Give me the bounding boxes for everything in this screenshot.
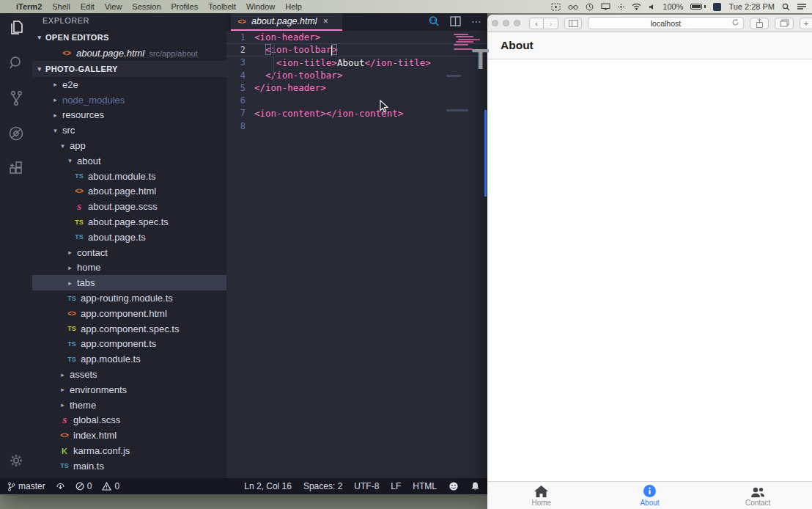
back-button[interactable]: ‹: [529, 18, 544, 29]
settings-gear-icon[interactable]: [7, 452, 25, 469]
tree-file-about.page.ts[interactable]: TSabout.page.ts: [32, 230, 226, 245]
tree-file-app-routing.module.ts[interactable]: TSapp-routing.module.ts: [32, 290, 226, 306]
search-icon[interactable]: [7, 54, 25, 72]
tree-folder-resources[interactable]: ▸resources: [32, 108, 226, 123]
tree-file-about.page.html[interactable]: <>about.page.html: [32, 184, 226, 199]
forward-button[interactable]: ›: [544, 18, 558, 29]
open-editor-item[interactable]: <> about.page.html src/app/about: [32, 45, 226, 61]
extensions-icon[interactable]: [7, 160, 25, 177]
new-tab-button[interactable]: +: [800, 18, 812, 29]
code-line-8[interactable]: 8: [226, 120, 487, 132]
tree-file-index.html[interactable]: <>index.html: [32, 428, 226, 443]
tab-about-page-html[interactable]: <> about.page.html ×: [231, 12, 342, 31]
menu-item-edit[interactable]: Edit: [81, 2, 95, 11]
clock-status-icon[interactable]: [586, 3, 594, 11]
explorer-icon[interactable]: [7, 19, 25, 37]
split-editor-icon[interactable]: [450, 16, 461, 26]
app-tab-about[interactable]: About: [596, 482, 704, 509]
indentation-status[interactable]: Spaces: 2: [303, 481, 342, 491]
address-bar-url: localhost: [651, 19, 681, 28]
encoding-status[interactable]: UTF-8: [354, 481, 379, 491]
app-tab-contact[interactable]: Contact: [704, 482, 812, 509]
ts-file-icon: TS: [67, 356, 77, 363]
feedback-smiley-icon[interactable]: [449, 481, 459, 491]
tree-folder-home[interactable]: ▸home: [32, 260, 226, 276]
screenshot-icon[interactable]: [551, 3, 561, 11]
menubar-app-icon[interactable]: [713, 3, 721, 11]
chevron-right-icon: ▸: [52, 81, 59, 88]
project-header[interactable]: ▾ PHOTO-GALLERY: [32, 61, 226, 77]
zoom-window-button[interactable]: [514, 20, 520, 26]
source-control-icon[interactable]: [7, 89, 25, 107]
safari-traffic-lights[interactable]: [492, 20, 520, 26]
app-tab-home[interactable]: Home: [487, 482, 596, 509]
more-actions-icon[interactable]: ⋯: [471, 15, 481, 27]
tree-file-app.module.ts[interactable]: TSapp.module.ts: [32, 351, 226, 367]
tree-file-app.component.html[interactable]: <>app.component.html: [32, 306, 226, 321]
menu-item-toolbelt[interactable]: Toolbelt: [208, 2, 236, 11]
menu-item-window[interactable]: Window: [246, 2, 275, 11]
menu-item-help[interactable]: Help: [285, 2, 302, 11]
open-preview-icon[interactable]: [428, 15, 440, 27]
tree-folder-e2e[interactable]: ▸e2e: [32, 77, 226, 92]
menu-item-view[interactable]: View: [105, 2, 122, 11]
tree-folder-src[interactable]: ▾src: [32, 122, 226, 138]
share-button[interactable]: [750, 18, 769, 29]
address-bar[interactable]: localhost: [588, 17, 744, 29]
tree-file-about.page.scss[interactable]: Sabout.page.scss: [32, 199, 226, 214]
tree-folder-about[interactable]: ▾about: [32, 153, 226, 169]
volume-icon[interactable]: [649, 4, 655, 10]
warnings-status[interactable]: 0: [102, 481, 119, 491]
wifi-icon[interactable]: [632, 3, 641, 10]
code-line-5[interactable]: 5</ion-header>: [226, 81, 487, 94]
tree-file-main.ts[interactable]: TSmain.ts: [32, 458, 226, 474]
menu-app-name[interactable]: iTerm2: [16, 2, 42, 11]
airplay-icon[interactable]: [601, 3, 610, 10]
notifications-bell-icon[interactable]: [470, 481, 480, 491]
language-mode-status[interactable]: HTML: [413, 481, 437, 491]
tree-item-label: global.scss: [73, 414, 120, 425]
tree-folder-node_modules[interactable]: ▸node_modules: [32, 92, 226, 108]
battery-percent: 100%: [662, 2, 683, 11]
tree-file-app.component.spec.ts[interactable]: TSapp.component.spec.ts: [32, 321, 226, 337]
minimize-window-button[interactable]: [503, 20, 509, 26]
code-line-2[interactable]: 2 <ion-toolbar>: [226, 43, 487, 56]
tree-file-app.component.ts[interactable]: TSapp.component.ts: [32, 337, 226, 352]
tree-file-karma.conf.js[interactable]: Kkarma.conf.js: [32, 443, 226, 458]
close-tab-icon[interactable]: ×: [323, 16, 328, 26]
spotlight-icon[interactable]: [782, 3, 790, 11]
errors-status[interactable]: 0: [75, 481, 92, 491]
debug-icon[interactable]: [7, 125, 25, 142]
code-text: <ion-title>About</ion-title>: [254, 57, 431, 68]
glasses-icon[interactable]: [568, 4, 578, 10]
git-branch-status[interactable]: master: [7, 481, 45, 491]
menu-item-shell[interactable]: Shell: [52, 2, 70, 11]
code-line-6[interactable]: 6: [226, 94, 487, 106]
tree-folder-tabs[interactable]: ▸tabs: [32, 275, 226, 290]
tree-file-about.module.ts[interactable]: TSabout.module.ts: [32, 169, 226, 184]
menu-item-profiles[interactable]: Profiles: [171, 2, 199, 11]
open-editors-header[interactable]: ▾ OPEN EDITORS: [32, 29, 226, 45]
tree-folder-assets[interactable]: ▸assets: [32, 367, 226, 382]
close-window-button[interactable]: [492, 20, 498, 26]
sidebar-toggle-button[interactable]: [564, 18, 582, 29]
menubar-clock[interactable]: Tue 2:28 PM: [728, 2, 775, 11]
tree-file-global.scss[interactable]: Sglobal.scss: [32, 413, 226, 428]
tab-overview-button[interactable]: [775, 18, 794, 29]
chevron-right-icon: ▸: [52, 96, 59, 103]
eol-status[interactable]: LF: [391, 481, 401, 491]
menu-item-session[interactable]: Session: [132, 2, 160, 11]
tree-folder-contact[interactable]: ▸contact: [32, 245, 226, 260]
keyboard-brightness-icon[interactable]: [618, 4, 624, 10]
code-line-3[interactable]: 3 <ion-title>About</ion-title>: [226, 56, 487, 69]
code-editor[interactable]: 1<ion-header>2 <ion-toolbar>3 <ion-title…: [226, 31, 487, 478]
reload-icon[interactable]: [731, 18, 739, 28]
tree-folder-app[interactable]: ▾app: [32, 138, 226, 153]
tree-folder-environments[interactable]: ▸environments: [32, 382, 226, 398]
sync-status[interactable]: [56, 482, 65, 491]
tree-folder-theme[interactable]: ▸theme: [32, 398, 226, 413]
code-line-1[interactable]: 1<ion-header>: [226, 31, 487, 43]
cursor-position-status[interactable]: Ln 2, Col 16: [244, 481, 292, 491]
notification-center-icon[interactable]: [797, 4, 806, 10]
tree-file-about.page.spec.ts[interactable]: TSabout.page.spec.ts: [32, 214, 226, 230]
